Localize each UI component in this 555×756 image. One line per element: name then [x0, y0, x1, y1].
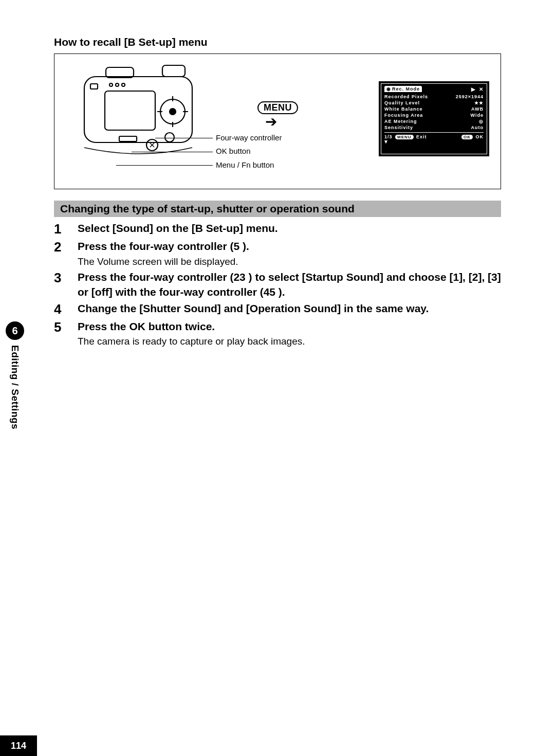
- lcd-row-value: ◎: [479, 119, 484, 124]
- lcd-row-label: Sensitivity: [384, 125, 413, 130]
- step-title: Press the four-way controller (5 ).: [78, 239, 501, 254]
- menu-pill-icon: MENU: [395, 135, 414, 139]
- svg-rect-11: [119, 136, 137, 141]
- svg-rect-1: [105, 91, 155, 130]
- step-number: 5: [54, 319, 67, 348]
- heading-recall-menu: How to recall [B Set-up] menu: [54, 36, 501, 48]
- step: 5Press the OK button twice.The camera is…: [54, 319, 501, 348]
- lcd-row-label: White Balance: [384, 106, 423, 112]
- page-number: 114: [0, 735, 37, 756]
- svg-rect-10: [90, 84, 98, 89]
- leader-line-fourway: [155, 138, 213, 138]
- lcd-row: Recorded Pixels2592×1944: [384, 94, 484, 99]
- leader-line-menu-fn: [116, 165, 213, 166]
- step-title: Select [Sound] on the [B Set-up] menu.: [78, 221, 501, 236]
- camera-illustration: [75, 60, 203, 163]
- lcd-row-value: Wide: [471, 113, 484, 118]
- lcd-row-label: Quality Level: [384, 100, 420, 105]
- lcd-row: Focusing AreaWide: [384, 113, 484, 118]
- svg-point-4: [165, 133, 174, 142]
- arrow-right-icon: ➔: [265, 115, 277, 129]
- label-menu-fn: Menu / Fn button: [216, 160, 274, 169]
- ok-pill-icon: OK: [461, 135, 473, 139]
- step-number: 2: [54, 239, 67, 268]
- step-number: 3: [54, 270, 67, 299]
- section-title-bar: Changing the type of start-up, shutter o…: [54, 201, 501, 217]
- step-title: Press the OK button twice.: [78, 319, 501, 334]
- step: 4Change the [Shutter Sound] and [Operati…: [54, 301, 501, 317]
- step-body: Press the four-way controller (23 ) to s…: [78, 270, 501, 299]
- lcd-title: Rec. Mode: [392, 86, 420, 92]
- label-fourway: Four-way controller: [216, 133, 282, 142]
- svg-point-7: [109, 83, 113, 86]
- step-body: Change the [Shutter Sound] and [Operatio…: [78, 301, 501, 317]
- play-tab-icon: ▶: [471, 86, 476, 92]
- svg-point-8: [116, 83, 119, 86]
- scroll-down-icon: ▼: [383, 139, 389, 145]
- leader-line-ok: [132, 152, 213, 152]
- lcd-row-value: AWB: [471, 106, 484, 112]
- steps-list: 1Select [Sound] on the [B Set-up] menu.2…: [54, 221, 501, 348]
- step-title: Press the four-way controller (23 ) to s…: [78, 270, 501, 299]
- lcd-row-value: Auto: [471, 125, 484, 130]
- lcd-row: Quality Level★★: [384, 100, 484, 105]
- setup-tab-icon: ✕: [479, 86, 484, 92]
- lcd-row-label: Focusing Area: [384, 113, 423, 118]
- chapter-number-badge: 6: [6, 321, 24, 340]
- svg-point-3: [170, 109, 176, 115]
- lcd-row-label: Recorded Pixels: [384, 94, 428, 99]
- chapter-sidebar: 6 Editing / Settings: [0, 321, 30, 486]
- menu-button-label: MENU: [257, 101, 298, 114]
- lcd-tab-camera: ◉ Rec. Mode: [384, 86, 422, 92]
- diagram-box: MENU ➔ Four-way controller OK button Men…: [54, 53, 501, 189]
- lcd-screen: ◉ Rec. Mode ▶ ✕ Recorded Pixels2592×1944…: [379, 81, 489, 156]
- lcd-row: AE Metering◎: [384, 119, 484, 124]
- step: 3Press the four-way controller (23 ) to …: [54, 270, 501, 299]
- step: 2Press the four-way controller (5 ).The …: [54, 239, 501, 268]
- svg-point-9: [122, 83, 125, 86]
- step-number: 4: [54, 301, 67, 317]
- step-description: The camera is ready to capture or play b…: [78, 335, 501, 348]
- step-body: Select [Sound] on the [B Set-up] menu.: [78, 221, 501, 237]
- step: 1Select [Sound] on the [B Set-up] menu.: [54, 221, 501, 237]
- step-description: The Volume screen will be displayed.: [78, 255, 501, 268]
- step-title: Change the [Shutter Sound] and [Operatio…: [78, 301, 501, 316]
- step-body: Press the four-way controller (5 ).The V…: [78, 239, 501, 268]
- lcd-page-exit: 1/3 MENU Exit: [384, 134, 427, 139]
- chapter-label: Editing / Settings: [9, 345, 21, 429]
- lcd-row: SensitivityAuto: [384, 125, 484, 130]
- lcd-row-label: AE Metering: [384, 119, 417, 124]
- svg-rect-0: [84, 77, 192, 142]
- lcd-ok: OK OK: [460, 134, 484, 139]
- lcd-row-value: ★★: [474, 100, 484, 105]
- step-number: 1: [54, 221, 67, 237]
- svg-rect-6: [162, 65, 185, 77]
- label-ok-button: OK button: [216, 147, 251, 155]
- camera-icon: ◉: [386, 86, 391, 92]
- lcd-row: White BalanceAWB: [384, 106, 484, 112]
- step-body: Press the OK button twice.The camera is …: [78, 319, 501, 348]
- lcd-row-value: 2592×1944: [456, 94, 484, 99]
